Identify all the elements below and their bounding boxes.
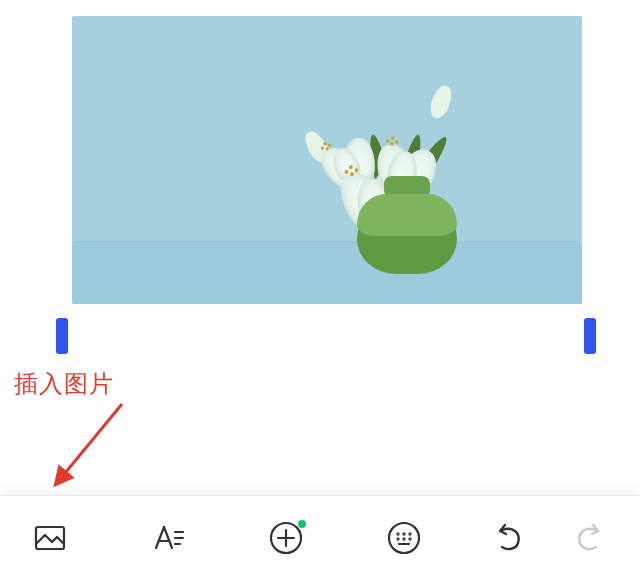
illustration-table bbox=[72, 241, 582, 304]
illustration-vase bbox=[352, 174, 462, 274]
text-format-icon bbox=[150, 520, 186, 556]
text-format-button[interactable] bbox=[144, 514, 192, 562]
image-icon bbox=[32, 520, 68, 556]
keyboard-icon bbox=[385, 519, 423, 557]
svg-rect-0 bbox=[36, 527, 64, 549]
svg-point-5 bbox=[409, 533, 410, 534]
new-feature-indicator bbox=[298, 520, 306, 528]
selection-handle-left[interactable] bbox=[56, 318, 68, 354]
illustration-bud bbox=[427, 83, 456, 121]
document-canvas[interactable] bbox=[0, 0, 640, 360]
toolbar-right-group bbox=[484, 514, 614, 562]
svg-point-6 bbox=[397, 538, 398, 539]
insert-image-button[interactable] bbox=[26, 514, 74, 562]
add-button[interactable] bbox=[262, 514, 310, 562]
redo-icon bbox=[573, 521, 607, 555]
svg-point-4 bbox=[403, 533, 404, 534]
undo-icon bbox=[491, 521, 525, 555]
annotation-label: 插入图片 bbox=[14, 368, 114, 400]
bottom-toolbar bbox=[0, 495, 640, 579]
svg-point-8 bbox=[409, 538, 410, 539]
annotation-arrow bbox=[44, 398, 144, 498]
svg-point-3 bbox=[397, 533, 398, 534]
editor-screen: 插入图片 bbox=[0, 0, 640, 579]
keyboard-button[interactable] bbox=[380, 514, 428, 562]
svg-point-7 bbox=[403, 538, 404, 539]
redo-button[interactable] bbox=[566, 514, 614, 562]
undo-button[interactable] bbox=[484, 514, 532, 562]
selection-handle-right[interactable] bbox=[584, 318, 596, 354]
toolbar-left-group bbox=[26, 514, 428, 562]
inserted-image[interactable] bbox=[72, 16, 582, 304]
